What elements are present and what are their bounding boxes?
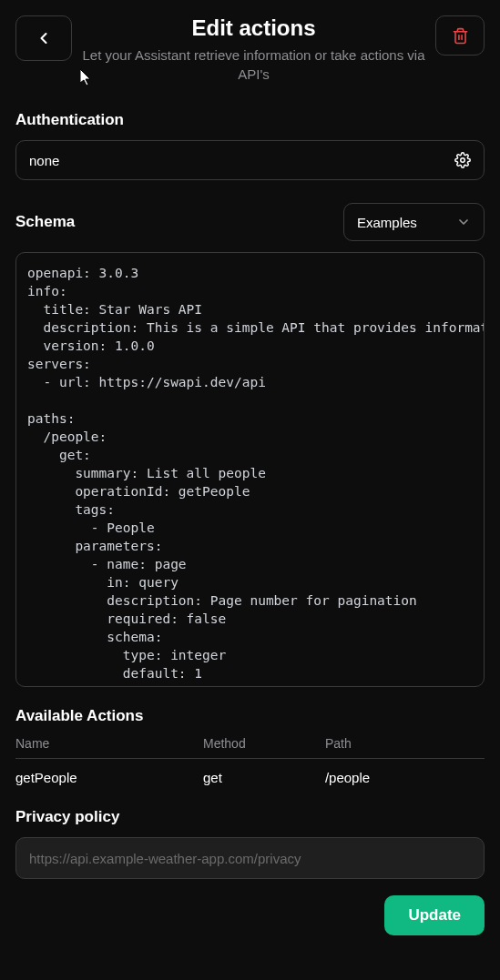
back-button[interactable] bbox=[15, 15, 72, 61]
page-subtitle: Let your Assistant retrieve information … bbox=[81, 45, 426, 84]
action-path: /people bbox=[325, 759, 485, 786]
authentication-field[interactable]: none bbox=[15, 140, 485, 180]
action-name: getPeople bbox=[15, 759, 203, 786]
chevron-down-icon bbox=[456, 215, 471, 229]
examples-dropdown[interactable]: Examples bbox=[343, 203, 485, 241]
title-block: Edit actions Let your Assistant retrieve… bbox=[72, 15, 435, 84]
schema-textarea[interactable] bbox=[15, 252, 485, 687]
schema-label: Schema bbox=[15, 213, 75, 231]
chevron-left-icon bbox=[35, 29, 53, 47]
delete-button[interactable] bbox=[435, 15, 485, 56]
trash-icon bbox=[452, 27, 469, 45]
gear-icon bbox=[454, 152, 471, 168]
authentication-label: Authentication bbox=[15, 111, 485, 129]
authentication-value: none bbox=[29, 153, 59, 168]
table-row[interactable]: getPeople get /people bbox=[15, 759, 485, 786]
privacy-label: Privacy policy bbox=[15, 808, 485, 826]
update-button[interactable]: Update bbox=[384, 895, 485, 935]
action-method: get bbox=[203, 759, 325, 786]
available-actions-label: Available Actions bbox=[15, 707, 485, 725]
column-path: Path bbox=[325, 736, 485, 759]
column-method: Method bbox=[203, 736, 325, 759]
column-name: Name bbox=[15, 736, 203, 759]
examples-dropdown-label: Examples bbox=[357, 215, 417, 230]
privacy-policy-input[interactable] bbox=[15, 837, 485, 879]
page-title: Edit actions bbox=[81, 15, 426, 41]
available-actions-table: Name Method Path getPeople get /people bbox=[15, 736, 485, 785]
svg-point-2 bbox=[461, 158, 465, 163]
